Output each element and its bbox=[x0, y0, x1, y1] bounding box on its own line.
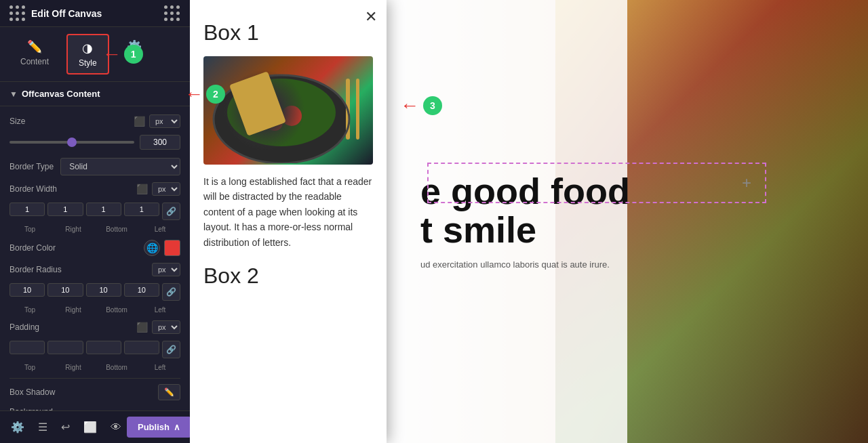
history-bottom-btn[interactable]: ↩ bbox=[56, 417, 75, 438]
size-input[interactable]: 300 bbox=[140, 135, 180, 150]
publish-button[interactable]: Publish ∧ bbox=[127, 417, 191, 438]
padding-label: Padding bbox=[9, 322, 39, 332]
responsive-bottom-btn[interactable]: ⬜ bbox=[78, 417, 102, 438]
section-header: ▼ Offcanvas Content ← 2 bbox=[0, 82, 190, 106]
padding-labels: Top Right Bottom Left bbox=[9, 364, 180, 371]
label-left: Left bbox=[140, 226, 180, 233]
padding-label-left: Left bbox=[140, 364, 180, 371]
svg-point-7 bbox=[260, 97, 276, 108]
dot-menu-icon[interactable] bbox=[9, 5, 26, 22]
gear-icon: ⚙️ bbox=[127, 39, 142, 54]
size-unit-select[interactable]: px % em bbox=[149, 114, 180, 128]
border-width-unit: ⬛ px bbox=[136, 182, 180, 196]
border-type-label: Border Type bbox=[9, 162, 54, 171]
border-radius-unit: px bbox=[152, 263, 180, 276]
size-slider-row: 300 bbox=[9, 135, 180, 150]
food-image-svg bbox=[203, 58, 373, 163]
tab-content[interactable]: ✏️ Content bbox=[9, 34, 60, 75]
size-responsive-icon: ⬛ bbox=[134, 116, 145, 127]
border-top-input[interactable] bbox=[9, 203, 45, 216]
radius-left-input[interactable] bbox=[124, 283, 159, 297]
border-link-btn[interactable]: 🔗 bbox=[162, 203, 180, 220]
hero-heading-line2: t smile bbox=[420, 210, 630, 249]
collapse-icon[interactable]: ▼ bbox=[9, 89, 18, 99]
border-color-row: Border Color 🌐 bbox=[9, 240, 180, 256]
border-radius-field-row: Border Radius px bbox=[9, 263, 180, 276]
hero-text-block: e good food t smile ud exercitation ulla… bbox=[420, 172, 630, 272]
radius-label-top: Top bbox=[9, 306, 50, 314]
panel-body: Size ⬛ px % em 300 Border Type Solid Non… bbox=[0, 106, 190, 410]
radius-bottom-input[interactable] bbox=[86, 283, 121, 297]
svg-rect-6 bbox=[356, 79, 359, 140]
radius-top-input[interactable] bbox=[9, 283, 45, 297]
radius-right-input[interactable] bbox=[47, 283, 83, 297]
content-icon: ✏️ bbox=[27, 39, 42, 54]
publish-label: Publish bbox=[138, 422, 170, 432]
radius-label-bottom: Bottom bbox=[96, 306, 137, 314]
padding-bottom-input[interactable] bbox=[86, 341, 121, 354]
box1-body-text: It is a long established fact that a rea… bbox=[203, 174, 373, 250]
border-color-label: Border Color bbox=[9, 243, 56, 253]
border-radius-unit-select[interactable]: px bbox=[152, 263, 180, 276]
border-responsive-icon: ⬛ bbox=[136, 184, 148, 194]
radius-link-btn[interactable]: 🔗 bbox=[162, 283, 180, 301]
style-icon: ◑ bbox=[82, 41, 93, 56]
padding-label-top: Top bbox=[9, 364, 50, 371]
publish-chevron-icon: ∧ bbox=[174, 422, 180, 432]
box-shadow-edit-btn[interactable]: ✏️ bbox=[158, 384, 180, 400]
border-type-select[interactable]: Solid None Dashed Dotted bbox=[60, 158, 180, 175]
padding-link-btn[interactable]: 🔗 bbox=[162, 341, 180, 358]
size-field-row: Size ⬛ px % em bbox=[9, 114, 180, 128]
panel-header: Edit Off Canvas bbox=[0, 0, 190, 27]
bottom-left-icons: ⚙️ ☰ ↩ ⬜ 👁 bbox=[5, 417, 127, 438]
svg-point-4 bbox=[267, 114, 283, 131]
box1-title: Box 1 bbox=[203, 20, 373, 45]
padding-inputs: 🔗 bbox=[9, 341, 180, 358]
modal-close-button[interactable]: ✕ bbox=[365, 8, 377, 26]
padding-responsive-icon: ⬛ bbox=[136, 322, 148, 333]
padding-label-bottom: Bottom bbox=[96, 364, 137, 371]
padding-label-right: Right bbox=[53, 364, 94, 371]
main-area: ✕ Box 1 bbox=[190, 0, 868, 443]
border-bottom-input[interactable] bbox=[86, 203, 121, 216]
radius-label-left: Left bbox=[140, 306, 180, 314]
offcanvas-modal: ✕ Box 1 bbox=[190, 0, 387, 443]
padding-left-input[interactable] bbox=[124, 341, 159, 354]
size-slider[interactable] bbox=[9, 141, 134, 144]
offcanvas-content: Box 1 bbox=[190, 0, 387, 309]
border-radius-inputs: 🔗 bbox=[9, 283, 180, 301]
padding-right-input[interactable] bbox=[47, 341, 83, 354]
box2-title: Box 2 bbox=[203, 263, 373, 289]
border-left-input[interactable] bbox=[124, 203, 159, 216]
apps-icon[interactable] bbox=[164, 5, 180, 22]
hero-body-text: ud exercitation ullamco laboris quat is … bbox=[420, 258, 610, 272]
border-width-unit-select[interactable]: px bbox=[152, 182, 180, 196]
hero-heading-line1: e good food bbox=[420, 172, 630, 211]
padding-field-row: Padding ⬛ px bbox=[9, 320, 180, 334]
tab-advanced[interactable]: ⚙️ bbox=[116, 34, 153, 75]
padding-top-input[interactable] bbox=[9, 341, 45, 354]
preview-bottom-btn[interactable]: 👁 bbox=[105, 417, 127, 438]
padding-unit-select[interactable]: px bbox=[152, 320, 180, 334]
border-color-swatch[interactable] bbox=[164, 240, 180, 256]
border-width-grid bbox=[9, 203, 159, 216]
section-label: Offcanvas Content bbox=[22, 89, 100, 99]
radius-label-right: Right bbox=[53, 306, 94, 314]
label-right: Right bbox=[53, 226, 94, 233]
tab-style[interactable]: ◑ Style ← 1 bbox=[66, 34, 109, 75]
box-shadow-label: Box Shadow bbox=[9, 387, 55, 397]
box-shadow-row: Box Shadow ✏️ bbox=[9, 384, 180, 400]
svg-point-3 bbox=[281, 106, 302, 126]
svg-point-1 bbox=[227, 79, 336, 146]
size-unit-controls: ⬛ px % em bbox=[134, 114, 180, 128]
border-color-controls: 🌐 bbox=[144, 240, 180, 256]
border-width-label: Border Width bbox=[9, 184, 57, 194]
color-globe-icon[interactable]: 🌐 bbox=[144, 240, 160, 256]
settings-bottom-btn[interactable]: ⚙️ bbox=[5, 417, 30, 438]
layers-bottom-btn[interactable]: ☰ bbox=[33, 417, 53, 438]
border-right-input[interactable] bbox=[47, 203, 83, 216]
label-bottom: Bottom bbox=[96, 226, 137, 233]
border-width-inputs: 🔗 bbox=[9, 203, 180, 220]
border-radius-label: Border Radius bbox=[9, 265, 62, 274]
food-image bbox=[203, 56, 373, 165]
